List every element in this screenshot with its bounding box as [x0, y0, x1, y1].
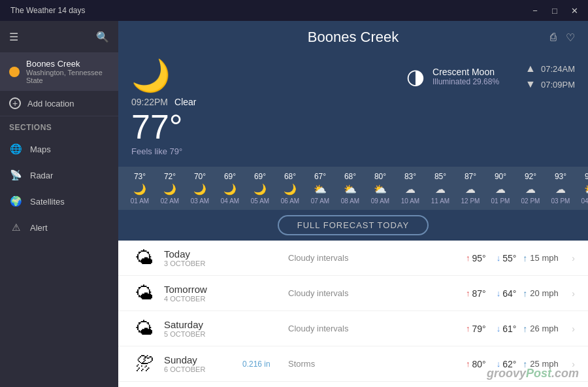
hourly-item: 83° ☁ 10 AM: [395, 172, 425, 205]
sunset-icon: ▼: [525, 78, 536, 90]
hourly-temp: 72°: [164, 172, 176, 181]
plus-icon: +: [9, 97, 21, 109]
hourly-temp: 73°: [134, 172, 146, 181]
search-icon[interactable]: 🔍: [96, 31, 109, 43]
hourly-temp: 69°: [224, 172, 236, 181]
daily-name-col: Saturday 5 OCTOBER: [164, 319, 236, 338]
daily-day-name: Today: [164, 248, 236, 260]
hourly-item: 69° 🌙 04 AM: [215, 172, 245, 205]
hourly-item: 67° ⛅ 07 AM: [305, 172, 335, 205]
hourly-time: 03 AM: [191, 197, 209, 205]
hourly-time: 10 AM: [401, 197, 419, 205]
nav-items: 🌐 Maps 📡 Radar 🌍 Satellites ⚠ Alert: [0, 136, 118, 241]
hourly-item: 92° ☁ 02 PM: [515, 172, 546, 205]
hourly-strip[interactable]: 73° 🌙 01 AM 72° 🌙 02 AM 70° 🌙 03 AM 69° …: [118, 167, 588, 210]
hourly-temp: 80°: [374, 172, 386, 181]
nav-label-maps: Maps: [30, 144, 51, 154]
location-info: Boones Creek Washington, Tennessee State: [26, 59, 109, 84]
daily-name-col: Tomorrow 4 OCTOBER: [164, 284, 236, 303]
moon-illuminated: Illuminated 29.68%: [433, 77, 499, 86]
wind-icon: ↑: [523, 288, 527, 299]
high-temp: 80°: [472, 359, 485, 369]
daily-chevron-icon[interactable]: ›: [572, 359, 575, 369]
hourly-item: 69° 🌙 05 AM: [245, 172, 275, 205]
sidebar-item-alert[interactable]: ⚠ Alert: [0, 214, 118, 241]
sunset-row: ▼ 07:09PM: [525, 78, 575, 90]
current-weather-icon: 🌙: [131, 58, 197, 94]
daily-low: ↓ 62°: [497, 359, 517, 369]
sidebar-item-maps[interactable]: 🌐 Maps: [0, 136, 118, 162]
weather-current: 🌙 09:22PM Clear 77° Feels like 79° ◑ Cre…: [118, 51, 588, 167]
sidebar: ☰ 🔍 Boones Creek Washington, Tennessee S…: [0, 21, 118, 387]
hourly-temp: 93°: [555, 172, 566, 181]
high-temp: 79°: [472, 324, 485, 334]
wind-icon: ↑: [523, 253, 527, 263]
hamburger-icon[interactable]: ☰: [9, 31, 18, 43]
arrow-down-icon: ↓: [497, 253, 501, 263]
daily-description: Cloudy intervals: [288, 324, 459, 333]
arrow-down-icon: ↓: [497, 324, 501, 333]
daily-weather-icon: 🌤: [131, 247, 157, 269]
close-button[interactable]: ✕: [566, 3, 583, 18]
daily-chevron-icon[interactable]: ›: [572, 253, 575, 263]
hourly-temp: 83°: [404, 172, 416, 181]
daily-forecast-item[interactable]: 🌤 Saturday 5 OCTOBER Cloudy intervals ↑ …: [118, 311, 588, 346]
hourly-item: 72° 🌙 02 AM: [155, 172, 185, 205]
minimize-button[interactable]: −: [527, 3, 544, 18]
favorite-icon[interactable]: ♡: [566, 31, 575, 44]
add-location-button[interactable]: + Add location: [0, 91, 118, 116]
maps-icon: 🌐: [9, 143, 22, 156]
current-location-item[interactable]: Boones Creek Washington, Tennessee State: [0, 52, 118, 91]
hourly-icon: ☁: [435, 183, 446, 195]
hourly-item: 73° 🌙 01 AM: [125, 172, 155, 205]
hourly-temp: 68°: [284, 172, 296, 181]
current-left: 🌙 09:22PM Clear 77° Feels like 79°: [131, 58, 197, 156]
daily-forecast-item[interactable]: ⛈ Sunday 6 OCTOBER 0.216 in Storms ↑ 80°…: [118, 346, 588, 382]
daily-date: 6 OCTOBER: [164, 365, 236, 373]
daily-forecast-item[interactable]: 🌤 Tomorrow 4 OCTOBER Cloudy intervals ↑ …: [118, 276, 588, 311]
arrow-up-icon: ↑: [466, 359, 470, 369]
hourly-temp: 87°: [465, 172, 476, 181]
sunrise-icon: ▲: [525, 63, 536, 75]
daily-temps: ↑ 95° ↓ 55°: [466, 253, 516, 263]
high-temp: 87°: [472, 288, 485, 299]
daily-date: 3 OCTOBER: [164, 260, 236, 267]
daily-forecast-item[interactable]: 🌤 Today 3 OCTOBER Cloudy intervals ↑ 95°…: [118, 241, 588, 276]
city-name: Boones Creek: [308, 29, 399, 46]
hourly-temp: 90°: [495, 172, 506, 181]
hourly-icon: 🌙: [163, 183, 176, 195]
window-controls: − □ ✕: [527, 3, 583, 18]
wind-icon: ↑: [523, 359, 527, 369]
hourly-temp: 70°: [194, 172, 206, 181]
hourly-time: 06 AM: [281, 197, 299, 205]
app-title: The Weather 14 days: [10, 6, 86, 15]
sidebar-item-radar[interactable]: 📡 Radar: [0, 162, 118, 188]
daily-description: Cloudy intervals: [288, 253, 459, 263]
daily-date: 5 OCTOBER: [164, 330, 236, 338]
daily-high: ↑ 80°: [466, 359, 486, 369]
sun-times: ▲ 07:24AM ▼ 07:09PM: [525, 63, 575, 90]
moon-info: ◑ Crescent Moon Illuminated 29.68%: [406, 64, 499, 89]
hourly-time: 04 PM: [581, 197, 588, 205]
daily-chevron-icon[interactable]: ›: [572, 288, 575, 299]
satellites-icon: 🌍: [9, 195, 22, 208]
daily-wind: ↑ 26 mph: [523, 324, 565, 334]
location-dot-icon: [9, 67, 20, 77]
hourly-item: 90° ☁ 01 PM: [485, 172, 515, 205]
maximize-button[interactable]: □: [546, 3, 563, 18]
hourly-item: 85° ☁ 11 AM: [425, 172, 455, 205]
daily-chevron-icon[interactable]: ›: [572, 324, 575, 334]
hourly-icon: ⛅: [314, 183, 327, 195]
daily-forecast-item[interactable]: 🌧 Monday 7 OCTOBER 0.657 in Moderate rai…: [118, 382, 588, 387]
share-icon[interactable]: ⎙: [550, 31, 557, 44]
main-content: Boones Creek ⎙ ♡ 🌙 09:22PM Clear 77° Fee…: [118, 21, 588, 387]
moon-text: Crescent Moon Illuminated 29.68%: [433, 67, 499, 86]
hourly-time: 01 PM: [491, 197, 510, 205]
daily-day-name: Saturday: [164, 319, 236, 330]
full-forecast-button[interactable]: FULL FORECAST TODAY: [278, 215, 429, 235]
daily-low: ↓ 64°: [497, 288, 517, 299]
location-name: Boones Creek: [26, 59, 109, 69]
sidebar-item-satellites[interactable]: 🌍 Satellites: [0, 188, 118, 214]
location-sub: Washington, Tennessee State: [26, 69, 109, 84]
daily-temps: ↑ 87° ↓ 64°: [466, 288, 516, 299]
